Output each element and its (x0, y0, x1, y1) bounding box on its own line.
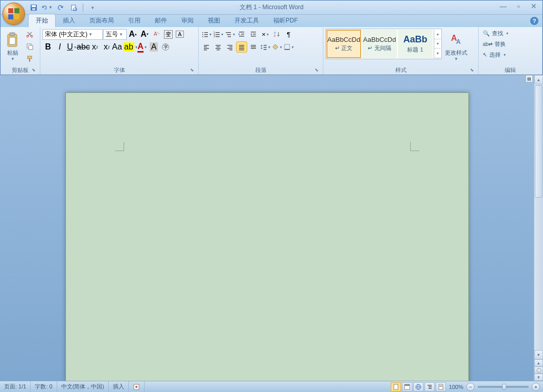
style-nospacing[interactable]: AaBbCcDd ↵ 无间隔 (362, 30, 397, 58)
view-web[interactable] (413, 382, 423, 391)
subscript-button[interactable]: x2 (89, 41, 101, 53)
align-center-button[interactable] (213, 41, 224, 53)
char-border-button[interactable]: A (174, 29, 185, 40)
char-shading-button[interactable]: A (148, 41, 159, 53)
select-button[interactable]: ↖选择▾ (481, 50, 508, 60)
phonetic-button[interactable]: 变 (162, 29, 174, 40)
svg-point-69 (135, 386, 137, 388)
svg-rect-46 (216, 45, 221, 46)
highlight-button[interactable]: ab▾ (125, 41, 136, 53)
copy-button[interactable] (24, 41, 35, 52)
office-button[interactable] (3, 3, 25, 25)
font-name-combo[interactable]: 宋体 (中文正文)▼ (42, 29, 103, 40)
print-preview-button[interactable] (68, 2, 79, 13)
paragraph-launcher[interactable]: ⬊ (314, 67, 320, 74)
number-list-button[interactable]: 123▾ (213, 29, 224, 40)
cut-button[interactable] (24, 29, 35, 40)
align-right-button[interactable] (224, 41, 235, 53)
shading-button[interactable]: ▾ (271, 41, 282, 53)
save-button[interactable] (28, 2, 39, 13)
bullet-list-button[interactable]: ▾ (201, 29, 212, 40)
multilevel-list-button[interactable]: ▾ (224, 29, 235, 40)
next-page-button[interactable]: ▾ (534, 374, 543, 381)
maximize-button[interactable]: ▫ (512, 2, 525, 11)
ruler-toggle[interactable]: ▤ (526, 75, 533, 82)
indent-decrease-button[interactable] (236, 29, 247, 40)
underline-button[interactable]: U▾ (66, 41, 77, 53)
view-outline[interactable] (424, 382, 435, 391)
prev-page-button[interactable]: ▴ (534, 359, 543, 366)
status-page[interactable]: 页面: 1/1 (0, 381, 31, 392)
tab-foxit[interactable]: 福昕PDF (266, 14, 305, 27)
styles-launcher[interactable]: ⬊ (469, 67, 475, 74)
superscript-button[interactable]: x2 (101, 41, 112, 53)
indent-increase-button[interactable] (248, 29, 259, 40)
document-viewport[interactable]: ▤ (0, 75, 534, 381)
border-button[interactable]: ▾ (283, 41, 294, 53)
tab-mail[interactable]: 邮件 (148, 14, 174, 27)
close-button[interactable]: ✕ (527, 2, 540, 11)
tab-developer[interactable]: 开发工具 (227, 14, 266, 27)
align-distribute-button[interactable] (248, 41, 259, 53)
tab-insert[interactable]: 插入 (56, 14, 82, 27)
strikethrough-button[interactable]: abc (78, 41, 89, 53)
asian-layout-button[interactable]: ✕▾ (259, 29, 271, 40)
style-normal[interactable]: AaBbCcDd ↵ 正文 (326, 30, 361, 58)
clipboard-launcher[interactable]: ⬊ (31, 67, 37, 74)
styles-expand[interactable]: ▾ (434, 48, 441, 58)
view-draft[interactable] (436, 382, 446, 391)
scroll-thumb[interactable] (535, 85, 542, 198)
tab-home[interactable]: 开始 (28, 14, 56, 27)
find-button[interactable]: 🔍查找▾ (481, 29, 510, 38)
scroll-down-button[interactable]: ▾ (534, 350, 543, 359)
font-size-combo[interactable]: 五号▼ (103, 29, 127, 40)
undo-button[interactable]: ▼ (41, 2, 53, 13)
status-macro[interactable] (129, 381, 145, 392)
style-heading1[interactable]: AaBb 标题 1 (398, 30, 433, 58)
tab-pagelayout[interactable]: 页面布局 (82, 14, 121, 27)
styles-down[interactable]: ▾ (434, 39, 441, 49)
zoom-in-button[interactable]: + (532, 383, 540, 391)
status-words[interactable]: 字数: 0 (31, 381, 57, 392)
status-mode[interactable]: 插入 (109, 381, 129, 392)
zoom-slider[interactable] (478, 386, 529, 388)
line-spacing-button[interactable]: ▾ (259, 41, 271, 53)
window-title: 文档 1 - Microsoft Word (240, 3, 303, 12)
tab-review[interactable]: 审阅 (174, 14, 201, 27)
redo-button[interactable] (55, 2, 66, 13)
help-icon[interactable]: ? (530, 17, 538, 25)
styles-up[interactable]: ▴ (434, 30, 441, 39)
italic-button[interactable]: I (54, 41, 65, 53)
scroll-up-button[interactable]: ▴ (534, 75, 543, 84)
browse-object-button[interactable]: ◯ (534, 366, 543, 374)
status-lang[interactable]: 中文(简体，中国) (57, 381, 109, 392)
zoom-percent[interactable]: 100% (449, 384, 463, 390)
tab-view[interactable]: 视图 (201, 14, 227, 27)
change-case-button[interactable]: Aa▾ (113, 41, 124, 53)
format-painter-button[interactable] (24, 53, 35, 64)
align-left-button[interactable] (201, 41, 212, 53)
show-marks-button[interactable]: ¶ (283, 29, 294, 40)
svg-rect-30 (216, 36, 220, 37)
view-print-layout[interactable] (391, 382, 401, 391)
align-justify-button[interactable] (236, 41, 247, 53)
shrink-font-button[interactable]: A▾ (139, 29, 150, 40)
change-styles-button[interactable]: AA 更改样式 ▼ (443, 29, 469, 64)
font-launcher[interactable]: ⬊ (189, 67, 195, 74)
clear-format-button[interactable]: A (151, 29, 162, 40)
sort-button[interactable]: AZ (271, 29, 282, 40)
tab-references[interactable]: 引用 (121, 14, 148, 27)
font-color-button[interactable]: A▾ (136, 41, 148, 53)
qat-customize[interactable]: ▾ (87, 2, 98, 13)
paste-button[interactable]: 粘贴 ▼ (3, 29, 23, 64)
page[interactable] (65, 92, 469, 381)
scroll-track[interactable] (534, 84, 543, 350)
grow-font-button[interactable]: A▴ (127, 29, 138, 40)
enclose-char-button[interactable]: 字 (160, 41, 171, 53)
bold-button[interactable]: B (42, 41, 54, 53)
zoom-thumb[interactable] (502, 384, 506, 390)
view-fullscreen[interactable] (402, 382, 412, 391)
minimize-button[interactable]: — (497, 2, 510, 11)
replace-button[interactable]: ab⇄替换 (481, 39, 508, 49)
zoom-out-button[interactable]: − (466, 383, 475, 391)
